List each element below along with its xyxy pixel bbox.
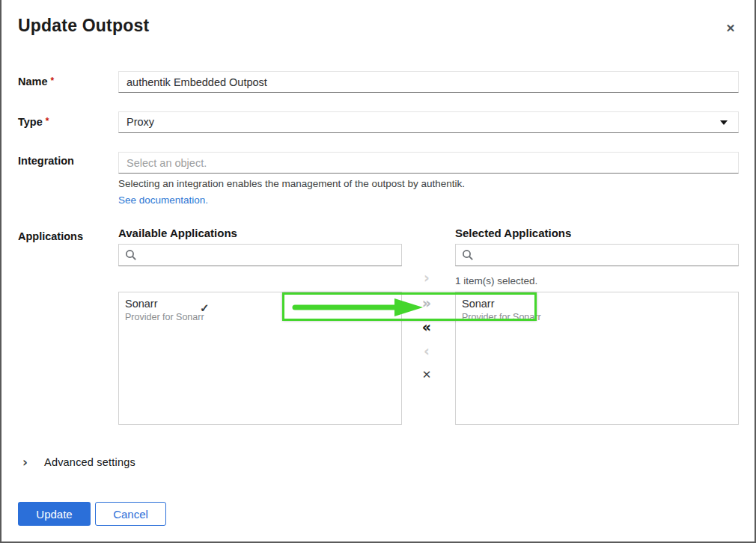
advanced-settings-toggle[interactable]: › Advanced settings [22, 455, 135, 470]
move-all-left-button[interactable]: « [416, 317, 437, 337]
app-description: Provider for Sonarr [125, 312, 395, 323]
close-icon[interactable]: ✕ [721, 19, 740, 38]
move-selected-left-button[interactable]: ‹ [416, 341, 437, 361]
selected-applications-heading: Selected Applications [455, 227, 571, 239]
search-icon [125, 249, 137, 261]
name-label-text: Name [18, 76, 48, 88]
see-documentation-link[interactable]: See documentation. [118, 194, 208, 206]
available-applications-list: Sonarr Provider for Sonarr ✓ [118, 292, 402, 425]
app-description: Provider for Sonarr [462, 312, 732, 323]
move-all-right-button[interactable]: » [416, 293, 437, 313]
list-item-sonarr-selected[interactable]: Sonarr Provider for Sonarr [456, 292, 738, 328]
window-edge-left [0, 0, 1, 543]
type-label-text: Type [18, 116, 43, 128]
integration-label: Integration [18, 155, 74, 167]
chevron-right-icon: › [22, 455, 28, 470]
app-name: Sonarr [462, 298, 732, 310]
selected-count-status: 1 item(s) selected. [455, 275, 537, 286]
chevron-down-icon [720, 120, 728, 125]
name-input[interactable] [118, 71, 739, 93]
selected-search [455, 244, 739, 266]
type-select[interactable]: Proxy [118, 111, 739, 133]
available-applications-heading: Available Applications [118, 227, 237, 239]
update-outpost-dialog: Update Outpost ✕ Name* Type* Proxy Integ… [0, 0, 756, 543]
app-name: Sonarr [125, 298, 395, 310]
applications-label: Applications [18, 230, 83, 242]
cancel-button[interactable]: Cancel [95, 502, 166, 526]
available-search [118, 244, 402, 266]
integration-input[interactable] [118, 152, 739, 174]
move-selected-right-button[interactable]: › [416, 268, 437, 287]
update-button[interactable]: Update [18, 502, 91, 526]
type-label: Type* [18, 116, 49, 128]
name-label: Name* [18, 76, 54, 88]
list-item-sonarr-available[interactable]: Sonarr Provider for Sonarr ✓ [119, 292, 401, 328]
check-icon: ✓ [200, 301, 210, 315]
selected-applications-list: Sonarr Provider for Sonarr [455, 292, 739, 425]
advanced-settings-label: Advanced settings [44, 456, 135, 468]
selected-search-input[interactable] [478, 245, 732, 266]
type-select-value: Proxy [126, 116, 154, 128]
required-asterisk: * [51, 76, 55, 86]
page-title: Update Outpost [18, 16, 149, 36]
integration-helper-text: Selecting an integration enables the man… [118, 178, 465, 189]
available-search-input[interactable] [141, 245, 395, 266]
clear-selection-button[interactable]: ✕ [416, 365, 437, 384]
required-asterisk: * [46, 116, 49, 126]
search-icon [462, 249, 474, 261]
